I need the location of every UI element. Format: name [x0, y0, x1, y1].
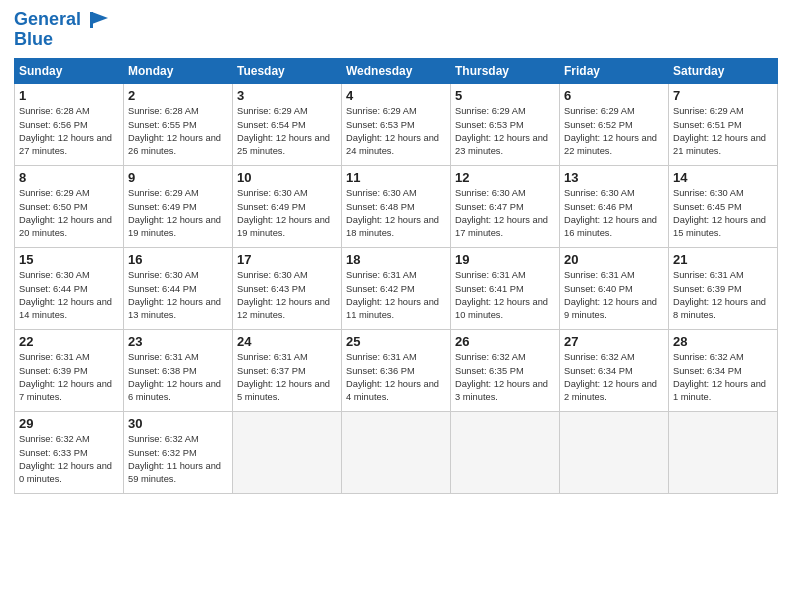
- day-cell-22: 22 Sunrise: 6:31 AMSunset: 6:39 PMDaylig…: [15, 330, 124, 412]
- day-cell-2: 2 Sunrise: 6:28 AMSunset: 6:55 PMDayligh…: [124, 84, 233, 166]
- day-number: 29: [19, 416, 119, 431]
- day-cell-7: 7 Sunrise: 6:29 AMSunset: 6:51 PMDayligh…: [669, 84, 778, 166]
- day-number: 21: [673, 252, 773, 267]
- day-cell-3: 3 Sunrise: 6:29 AMSunset: 6:54 PMDayligh…: [233, 84, 342, 166]
- day-number: 12: [455, 170, 555, 185]
- day-number: 10: [237, 170, 337, 185]
- logo-general: General: [14, 9, 81, 29]
- empty-cell: [451, 412, 560, 494]
- day-cell-27: 27 Sunrise: 6:32 AMSunset: 6:34 PMDaylig…: [560, 330, 669, 412]
- col-header-saturday: Saturday: [669, 59, 778, 84]
- cell-details: Sunrise: 6:31 AMSunset: 6:37 PMDaylight:…: [237, 352, 330, 402]
- day-cell-25: 25 Sunrise: 6:31 AMSunset: 6:36 PMDaylig…: [342, 330, 451, 412]
- day-cell-29: 29 Sunrise: 6:32 AMSunset: 6:33 PMDaylig…: [15, 412, 124, 494]
- day-number: 2: [128, 88, 228, 103]
- cell-details: Sunrise: 6:29 AMSunset: 6:49 PMDaylight:…: [128, 188, 221, 238]
- logo: General Blue: [14, 10, 110, 50]
- day-cell-14: 14 Sunrise: 6:30 AMSunset: 6:45 PMDaylig…: [669, 166, 778, 248]
- day-number: 6: [564, 88, 664, 103]
- col-header-monday: Monday: [124, 59, 233, 84]
- day-cell-30: 30 Sunrise: 6:32 AMSunset: 6:32 PMDaylig…: [124, 412, 233, 494]
- cell-details: Sunrise: 6:32 AMSunset: 6:35 PMDaylight:…: [455, 352, 548, 402]
- cell-details: Sunrise: 6:30 AMSunset: 6:49 PMDaylight:…: [237, 188, 330, 238]
- day-number: 15: [19, 252, 119, 267]
- svg-marker-0: [92, 12, 108, 24]
- day-cell-23: 23 Sunrise: 6:31 AMSunset: 6:38 PMDaylig…: [124, 330, 233, 412]
- day-number: 7: [673, 88, 773, 103]
- cell-details: Sunrise: 6:31 AMSunset: 6:39 PMDaylight:…: [19, 352, 112, 402]
- cell-details: Sunrise: 6:31 AMSunset: 6:38 PMDaylight:…: [128, 352, 221, 402]
- cell-details: Sunrise: 6:30 AMSunset: 6:46 PMDaylight:…: [564, 188, 657, 238]
- cell-details: Sunrise: 6:28 AMSunset: 6:56 PMDaylight:…: [19, 106, 112, 156]
- day-cell-21: 21 Sunrise: 6:31 AMSunset: 6:39 PMDaylig…: [669, 248, 778, 330]
- day-cell-6: 6 Sunrise: 6:29 AMSunset: 6:52 PMDayligh…: [560, 84, 669, 166]
- cell-details: Sunrise: 6:30 AMSunset: 6:47 PMDaylight:…: [455, 188, 548, 238]
- logo-blue: Blue: [14, 30, 110, 50]
- cell-details: Sunrise: 6:31 AMSunset: 6:42 PMDaylight:…: [346, 270, 439, 320]
- cell-details: Sunrise: 6:31 AMSunset: 6:36 PMDaylight:…: [346, 352, 439, 402]
- cell-details: Sunrise: 6:29 AMSunset: 6:54 PMDaylight:…: [237, 106, 330, 156]
- day-number: 16: [128, 252, 228, 267]
- cell-details: Sunrise: 6:31 AMSunset: 6:41 PMDaylight:…: [455, 270, 548, 320]
- cell-details: Sunrise: 6:29 AMSunset: 6:50 PMDaylight:…: [19, 188, 112, 238]
- day-number: 24: [237, 334, 337, 349]
- day-cell-5: 5 Sunrise: 6:29 AMSunset: 6:53 PMDayligh…: [451, 84, 560, 166]
- day-number: 30: [128, 416, 228, 431]
- day-cell-24: 24 Sunrise: 6:31 AMSunset: 6:37 PMDaylig…: [233, 330, 342, 412]
- cell-details: Sunrise: 6:30 AMSunset: 6:45 PMDaylight:…: [673, 188, 766, 238]
- svg-rect-1: [90, 12, 93, 28]
- empty-cell: [342, 412, 451, 494]
- day-number: 13: [564, 170, 664, 185]
- page: General Blue SundayMondayTuesdayWednesda…: [0, 0, 792, 612]
- calendar-table: SundayMondayTuesdayWednesdayThursdayFrid…: [14, 58, 778, 494]
- col-header-wednesday: Wednesday: [342, 59, 451, 84]
- day-cell-9: 9 Sunrise: 6:29 AMSunset: 6:49 PMDayligh…: [124, 166, 233, 248]
- header: General Blue: [14, 10, 778, 50]
- day-number: 4: [346, 88, 446, 103]
- day-number: 27: [564, 334, 664, 349]
- col-header-thursday: Thursday: [451, 59, 560, 84]
- day-cell-1: 1 Sunrise: 6:28 AMSunset: 6:56 PMDayligh…: [15, 84, 124, 166]
- day-number: 19: [455, 252, 555, 267]
- empty-cell: [669, 412, 778, 494]
- day-cell-28: 28 Sunrise: 6:32 AMSunset: 6:34 PMDaylig…: [669, 330, 778, 412]
- cell-details: Sunrise: 6:30 AMSunset: 6:44 PMDaylight:…: [128, 270, 221, 320]
- day-number: 8: [19, 170, 119, 185]
- day-number: 26: [455, 334, 555, 349]
- day-cell-8: 8 Sunrise: 6:29 AMSunset: 6:50 PMDayligh…: [15, 166, 124, 248]
- day-cell-18: 18 Sunrise: 6:31 AMSunset: 6:42 PMDaylig…: [342, 248, 451, 330]
- day-cell-26: 26 Sunrise: 6:32 AMSunset: 6:35 PMDaylig…: [451, 330, 560, 412]
- day-number: 20: [564, 252, 664, 267]
- cell-details: Sunrise: 6:32 AMSunset: 6:34 PMDaylight:…: [564, 352, 657, 402]
- cell-details: Sunrise: 6:31 AMSunset: 6:39 PMDaylight:…: [673, 270, 766, 320]
- empty-cell: [560, 412, 669, 494]
- col-header-sunday: Sunday: [15, 59, 124, 84]
- day-number: 3: [237, 88, 337, 103]
- cell-details: Sunrise: 6:28 AMSunset: 6:55 PMDaylight:…: [128, 106, 221, 156]
- empty-cell: [233, 412, 342, 494]
- logo-text: General: [14, 10, 110, 30]
- cell-details: Sunrise: 6:29 AMSunset: 6:53 PMDaylight:…: [346, 106, 439, 156]
- cell-details: Sunrise: 6:29 AMSunset: 6:52 PMDaylight:…: [564, 106, 657, 156]
- logo-flag-icon: [88, 10, 110, 30]
- cell-details: Sunrise: 6:30 AMSunset: 6:44 PMDaylight:…: [19, 270, 112, 320]
- day-cell-16: 16 Sunrise: 6:30 AMSunset: 6:44 PMDaylig…: [124, 248, 233, 330]
- day-cell-11: 11 Sunrise: 6:30 AMSunset: 6:48 PMDaylig…: [342, 166, 451, 248]
- day-number: 5: [455, 88, 555, 103]
- day-cell-17: 17 Sunrise: 6:30 AMSunset: 6:43 PMDaylig…: [233, 248, 342, 330]
- cell-details: Sunrise: 6:32 AMSunset: 6:32 PMDaylight:…: [128, 434, 221, 484]
- day-cell-19: 19 Sunrise: 6:31 AMSunset: 6:41 PMDaylig…: [451, 248, 560, 330]
- day-number: 17: [237, 252, 337, 267]
- cell-details: Sunrise: 6:29 AMSunset: 6:53 PMDaylight:…: [455, 106, 548, 156]
- day-number: 11: [346, 170, 446, 185]
- day-number: 23: [128, 334, 228, 349]
- day-number: 18: [346, 252, 446, 267]
- day-cell-12: 12 Sunrise: 6:30 AMSunset: 6:47 PMDaylig…: [451, 166, 560, 248]
- day-number: 14: [673, 170, 773, 185]
- cell-details: Sunrise: 6:29 AMSunset: 6:51 PMDaylight:…: [673, 106, 766, 156]
- cell-details: Sunrise: 6:31 AMSunset: 6:40 PMDaylight:…: [564, 270, 657, 320]
- day-number: 22: [19, 334, 119, 349]
- day-number: 1: [19, 88, 119, 103]
- day-cell-15: 15 Sunrise: 6:30 AMSunset: 6:44 PMDaylig…: [15, 248, 124, 330]
- cell-details: Sunrise: 6:30 AMSunset: 6:43 PMDaylight:…: [237, 270, 330, 320]
